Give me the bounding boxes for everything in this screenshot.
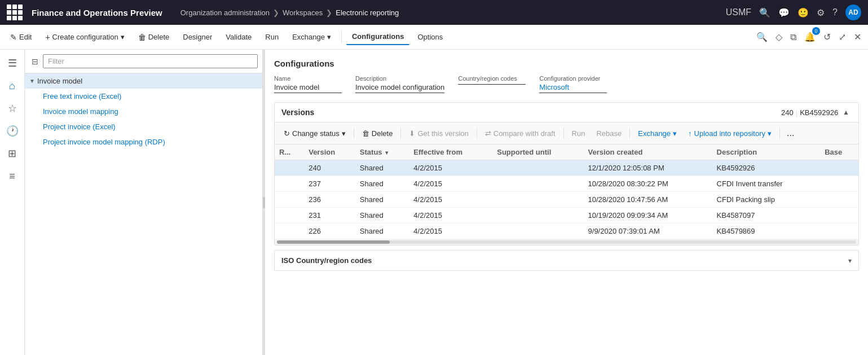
tree-item-project-invoice[interactable]: Project invoice (Excel) [25, 119, 262, 134]
cell-description: KB4579869 [712, 223, 821, 239]
tree-item-invoice-model[interactable]: ▼ Invoice model [25, 73, 262, 89]
modules-icon[interactable]: ≡ [3, 167, 21, 185]
tree-item-invoice-mapping[interactable]: Invoice model mapping [25, 104, 262, 119]
smiley-icon[interactable]: 🙂 [797, 7, 809, 18]
compare-draft-button[interactable]: ⇄ Compare with draft [481, 127, 560, 140]
name-label: Name [274, 75, 342, 82]
search-icon[interactable]: 🔍 [759, 7, 770, 18]
breadcrumb: Organization administration ❯ Workspaces… [180, 8, 721, 17]
table-row[interactable]: 226 Shared 4/2/2015 9/9/2020 07:39:01 AM… [275, 223, 858, 239]
table-row[interactable]: 236 Shared 4/2/2015 10/28/2020 10:47:56 … [275, 192, 858, 208]
cell-version: 237 [304, 176, 355, 192]
hamburger-icon[interactable]: ☰ [3, 54, 21, 72]
upload-repository-button[interactable]: ↑ Upload into repository ▾ [684, 127, 776, 140]
home-icon[interactable]: ⌂ [3, 77, 21, 95]
workspaces-icon[interactable]: ⊞ [3, 144, 21, 163]
cell-version-created: 12/1/2020 12:05:08 PM [584, 160, 712, 176]
iso-header[interactable]: ISO Country/region codes ▾ [275, 251, 858, 270]
versions-badge: 240 | KB4592926 ▲ [781, 107, 852, 117]
versions-title: Versions [281, 108, 781, 117]
command-bar-right: 🔍 ◇ ⧉ 🔔0 ↺ ⤢ ✕ [754, 29, 863, 45]
cell-r [275, 192, 304, 208]
rebase-button[interactable]: Rebase [592, 127, 626, 140]
tree-item-free-text[interactable]: Free text invoice (Excel) [25, 89, 262, 104]
help-icon[interactable]: ? [832, 7, 838, 17]
tree-container: ▼ Invoice model Free text invoice (Excel… [25, 73, 262, 355]
config-provider-value[interactable]: Microsoft [539, 83, 607, 93]
col-status[interactable]: Status ▾ [355, 144, 409, 160]
bookmark-icon[interactable]: ◇ [773, 29, 785, 45]
designer-button[interactable]: Designer [177, 29, 218, 45]
table-row[interactable]: 231 Shared 4/2/2015 10/19/2020 09:09:34 … [275, 208, 858, 223]
search-filter-icon[interactable]: 🔍 [754, 29, 770, 45]
versions-delete-button[interactable]: 🗑 Delete [358, 127, 398, 140]
exchange-version-button[interactable]: Exchange ▾ [633, 127, 681, 140]
breadcrumb-workspaces[interactable]: Workspaces [283, 8, 323, 17]
col-base: Base [820, 144, 858, 160]
table-header-row: R... Version Status ▾ Effective from Sup… [275, 144, 858, 160]
versions-collapse-icon[interactable]: ▲ [840, 107, 852, 117]
create-config-button[interactable]: + Create configuration ▾ [39, 29, 130, 45]
run-version-button[interactable]: Run [567, 127, 590, 140]
more-options-button[interactable]: ... [783, 126, 797, 141]
filter-icon[interactable]: ⊟ [29, 55, 41, 68]
get-version-button[interactable]: ⬇ Get this version [404, 127, 473, 140]
favorites-icon[interactable]: ☆ [3, 99, 21, 117]
toolbar-separator-3 [477, 128, 477, 139]
user-avatar[interactable]: AD [845, 5, 861, 20]
filter-bar: ⊟ [25, 50, 262, 73]
config-fields: Name Invoice model Description Invoice m… [274, 75, 859, 93]
tree-panel: ⊟ ▼ Invoice model Free text invoice (Exc… [25, 50, 263, 355]
recent-icon[interactable]: 🕐 [3, 122, 21, 140]
breadcrumb-org-admin[interactable]: Organization administration [180, 8, 270, 17]
toolbar-separator-5 [629, 128, 630, 139]
col-version-created: Version created [584, 144, 712, 160]
cell-version-created: 10/28/2020 08:30:22 PM [584, 176, 712, 192]
cell-description: CFDI Packing slip [712, 192, 821, 208]
configurations-tab[interactable]: Configurations [346, 29, 409, 45]
table-row[interactable]: 240 Shared 4/2/2015 12/1/2020 12:05:08 P… [275, 160, 858, 176]
table-row[interactable]: 237 Shared 4/2/2015 10/28/2020 08:30:22 … [275, 176, 858, 192]
cell-effective-from: 4/2/2015 [409, 223, 492, 239]
versions-table: R... Version Status ▾ Effective from Sup… [275, 144, 858, 239]
expand-icon: ▼ [29, 78, 35, 84]
cell-r [275, 160, 304, 176]
options-button[interactable]: Options [412, 29, 448, 45]
run-button[interactable]: Run [259, 29, 284, 45]
create-icon: + [45, 33, 50, 42]
horizontal-scrollbar[interactable] [275, 239, 858, 245]
exchange-button[interactable]: Exchange ▾ [287, 29, 337, 45]
notification-icon[interactable]: 🔔0 [802, 29, 818, 45]
cell-base [820, 160, 858, 176]
refresh-icon[interactable]: ↺ [821, 29, 833, 45]
cell-version: 231 [304, 208, 355, 223]
col-supported-until: Supported until [492, 144, 583, 160]
delete-button[interactable]: 🗑 Delete [133, 29, 175, 45]
change-status-dropdown-icon: ▾ [342, 129, 346, 138]
change-status-icon: ↻ [284, 129, 290, 138]
config-provider-field: Configuration provider Microsoft [539, 75, 607, 93]
cell-status: Shared [355, 223, 409, 239]
cell-effective-from: 4/2/2015 [409, 176, 492, 192]
versions-badge-kb: KB4592926 [800, 108, 838, 117]
cell-status: Shared [355, 208, 409, 223]
top-right-icons: USMF 🔍 💬 🙂 ⚙ ? AD [726, 5, 861, 20]
cell-status: Shared [355, 192, 409, 208]
cell-version: 236 [304, 192, 355, 208]
split-icon[interactable]: ⧉ [788, 30, 799, 45]
chat-icon[interactable]: 💬 [778, 7, 790, 18]
tree-item-project-mapping[interactable]: Project invoice model mapping (RDP) [25, 134, 262, 150]
cell-r [275, 176, 304, 192]
settings-icon[interactable]: ⚙ [817, 7, 825, 18]
filter-input[interactable] [43, 54, 258, 68]
cell-base [820, 223, 858, 239]
fullscreen-icon[interactable]: ⤢ [836, 29, 848, 45]
close-panel-icon[interactable]: ✕ [852, 29, 863, 45]
validate-button[interactable]: Validate [220, 29, 257, 45]
change-status-button[interactable]: ↻ Change status ▾ [279, 127, 350, 140]
versions-badge-num: 240 [781, 108, 794, 117]
scroll-thumb[interactable] [277, 240, 390, 244]
toolbar-separator-2 [400, 128, 401, 139]
app-grid-icon[interactable] [7, 5, 23, 20]
edit-button[interactable]: ✎ Edit [5, 29, 37, 45]
